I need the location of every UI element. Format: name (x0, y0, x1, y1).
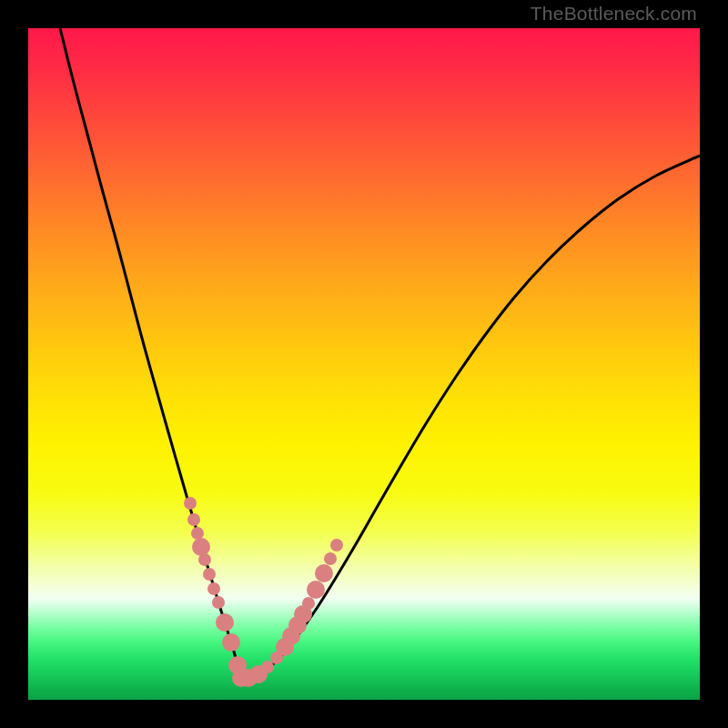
bottleneck-curve (60, 28, 700, 680)
marker-dot (324, 552, 337, 565)
marker-dot (192, 538, 210, 556)
curve-overlay (28, 28, 700, 700)
marker-cluster (184, 497, 343, 687)
marker-dot (212, 596, 225, 609)
marker-dot (216, 613, 234, 632)
plot-area (28, 28, 700, 700)
marker-dot (222, 633, 240, 652)
marker-dot (198, 553, 211, 566)
marker-dot (315, 564, 333, 582)
marker-dot (261, 661, 274, 673)
frame: TheBottleneck.com (0, 0, 728, 728)
marker-dot (184, 497, 197, 510)
marker-dot (307, 581, 325, 599)
marker-dot (187, 513, 200, 526)
marker-dot (330, 539, 343, 551)
marker-dot (302, 597, 315, 610)
marker-dot (191, 527, 204, 540)
marker-dot (207, 582, 220, 595)
curve-curve-left (60, 28, 241, 680)
marker-dot (203, 568, 216, 581)
attribution-text: TheBottleneck.com (531, 3, 697, 25)
